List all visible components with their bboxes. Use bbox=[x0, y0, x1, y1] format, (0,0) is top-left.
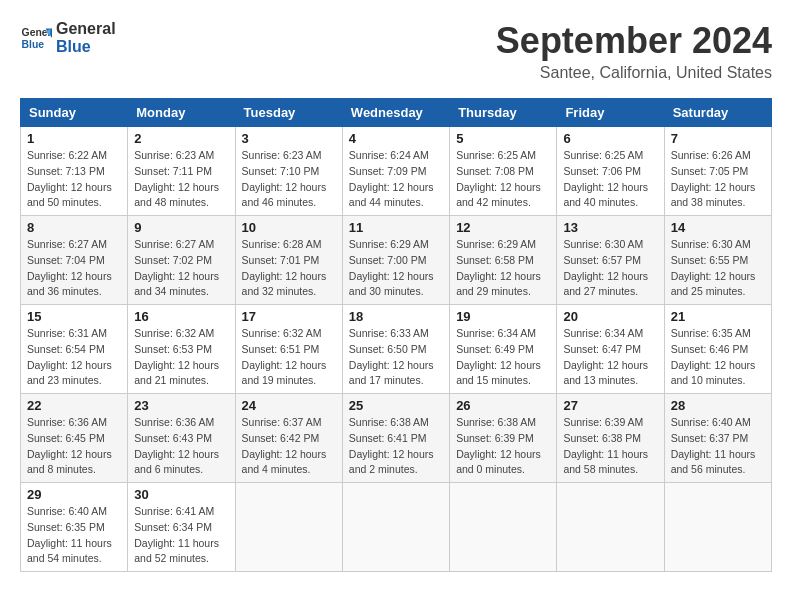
sunrise-text: Sunrise: 6:37 AM bbox=[242, 415, 336, 431]
sunrise-text: Sunrise: 6:26 AM bbox=[671, 148, 765, 164]
sunset-text: Sunset: 7:10 PM bbox=[242, 164, 336, 180]
day-info: Sunrise: 6:41 AMSunset: 6:34 PMDaylight:… bbox=[134, 504, 228, 567]
day-info: Sunrise: 6:23 AMSunset: 7:10 PMDaylight:… bbox=[242, 148, 336, 211]
calendar-cell: 21Sunrise: 6:35 AMSunset: 6:46 PMDayligh… bbox=[664, 305, 771, 394]
sunrise-text: Sunrise: 6:27 AM bbox=[27, 237, 121, 253]
sunrise-text: Sunrise: 6:32 AM bbox=[134, 326, 228, 342]
daylight-text: Daylight: 12 hours and 13 minutes. bbox=[563, 358, 657, 390]
calendar-week-row: 29Sunrise: 6:40 AMSunset: 6:35 PMDayligh… bbox=[21, 483, 772, 572]
logo-icon: General Blue bbox=[20, 22, 52, 54]
calendar-cell: 23Sunrise: 6:36 AMSunset: 6:43 PMDayligh… bbox=[128, 394, 235, 483]
daylight-text: Daylight: 12 hours and 48 minutes. bbox=[134, 180, 228, 212]
sunrise-text: Sunrise: 6:29 AM bbox=[456, 237, 550, 253]
calendar-cell: 29Sunrise: 6:40 AMSunset: 6:35 PMDayligh… bbox=[21, 483, 128, 572]
day-number: 18 bbox=[349, 309, 443, 324]
day-number: 14 bbox=[671, 220, 765, 235]
sunrise-text: Sunrise: 6:40 AM bbox=[671, 415, 765, 431]
calendar-cell: 19Sunrise: 6:34 AMSunset: 6:49 PMDayligh… bbox=[450, 305, 557, 394]
day-info: Sunrise: 6:23 AMSunset: 7:11 PMDaylight:… bbox=[134, 148, 228, 211]
daylight-text: Daylight: 12 hours and 44 minutes. bbox=[349, 180, 443, 212]
sunset-text: Sunset: 6:49 PM bbox=[456, 342, 550, 358]
daylight-text: Daylight: 11 hours and 56 minutes. bbox=[671, 447, 765, 479]
day-number: 5 bbox=[456, 131, 550, 146]
daylight-text: Daylight: 11 hours and 58 minutes. bbox=[563, 447, 657, 479]
day-info: Sunrise: 6:36 AMSunset: 6:45 PMDaylight:… bbox=[27, 415, 121, 478]
calendar-cell: 17Sunrise: 6:32 AMSunset: 6:51 PMDayligh… bbox=[235, 305, 342, 394]
day-number: 29 bbox=[27, 487, 121, 502]
calendar-cell: 9Sunrise: 6:27 AMSunset: 7:02 PMDaylight… bbox=[128, 216, 235, 305]
day-number: 4 bbox=[349, 131, 443, 146]
day-info: Sunrise: 6:31 AMSunset: 6:54 PMDaylight:… bbox=[27, 326, 121, 389]
calendar-cell: 14Sunrise: 6:30 AMSunset: 6:55 PMDayligh… bbox=[664, 216, 771, 305]
sunrise-text: Sunrise: 6:39 AM bbox=[563, 415, 657, 431]
sunset-text: Sunset: 7:11 PM bbox=[134, 164, 228, 180]
sunset-text: Sunset: 6:50 PM bbox=[349, 342, 443, 358]
day-number: 2 bbox=[134, 131, 228, 146]
sunrise-text: Sunrise: 6:25 AM bbox=[563, 148, 657, 164]
sunset-text: Sunset: 6:41 PM bbox=[349, 431, 443, 447]
day-info: Sunrise: 6:27 AMSunset: 7:04 PMDaylight:… bbox=[27, 237, 121, 300]
calendar-cell bbox=[235, 483, 342, 572]
calendar-week-row: 1Sunrise: 6:22 AMSunset: 7:13 PMDaylight… bbox=[21, 127, 772, 216]
calendar-cell: 15Sunrise: 6:31 AMSunset: 6:54 PMDayligh… bbox=[21, 305, 128, 394]
day-info: Sunrise: 6:32 AMSunset: 6:53 PMDaylight:… bbox=[134, 326, 228, 389]
daylight-text: Daylight: 12 hours and 30 minutes. bbox=[349, 269, 443, 301]
daylight-text: Daylight: 12 hours and 32 minutes. bbox=[242, 269, 336, 301]
day-info: Sunrise: 6:28 AMSunset: 7:01 PMDaylight:… bbox=[242, 237, 336, 300]
day-number: 9 bbox=[134, 220, 228, 235]
sunset-text: Sunset: 6:42 PM bbox=[242, 431, 336, 447]
day-number: 17 bbox=[242, 309, 336, 324]
daylight-text: Daylight: 12 hours and 29 minutes. bbox=[456, 269, 550, 301]
logo-blue: Blue bbox=[56, 38, 116, 56]
day-info: Sunrise: 6:34 AMSunset: 6:49 PMDaylight:… bbox=[456, 326, 550, 389]
daylight-text: Daylight: 12 hours and 38 minutes. bbox=[671, 180, 765, 212]
day-info: Sunrise: 6:34 AMSunset: 6:47 PMDaylight:… bbox=[563, 326, 657, 389]
day-info: Sunrise: 6:24 AMSunset: 7:09 PMDaylight:… bbox=[349, 148, 443, 211]
day-number: 15 bbox=[27, 309, 121, 324]
sunrise-text: Sunrise: 6:36 AM bbox=[134, 415, 228, 431]
calendar-cell: 5Sunrise: 6:25 AMSunset: 7:08 PMDaylight… bbox=[450, 127, 557, 216]
calendar-cell: 18Sunrise: 6:33 AMSunset: 6:50 PMDayligh… bbox=[342, 305, 449, 394]
sunset-text: Sunset: 6:47 PM bbox=[563, 342, 657, 358]
day-number: 20 bbox=[563, 309, 657, 324]
sunrise-text: Sunrise: 6:30 AM bbox=[563, 237, 657, 253]
day-info: Sunrise: 6:36 AMSunset: 6:43 PMDaylight:… bbox=[134, 415, 228, 478]
day-number: 6 bbox=[563, 131, 657, 146]
sunrise-text: Sunrise: 6:38 AM bbox=[456, 415, 550, 431]
daylight-text: Daylight: 12 hours and 4 minutes. bbox=[242, 447, 336, 479]
calendar-cell bbox=[557, 483, 664, 572]
calendar-cell: 2Sunrise: 6:23 AMSunset: 7:11 PMDaylight… bbox=[128, 127, 235, 216]
sunrise-text: Sunrise: 6:23 AM bbox=[242, 148, 336, 164]
sunset-text: Sunset: 7:02 PM bbox=[134, 253, 228, 269]
day-info: Sunrise: 6:39 AMSunset: 6:38 PMDaylight:… bbox=[563, 415, 657, 478]
daylight-text: Daylight: 12 hours and 2 minutes. bbox=[349, 447, 443, 479]
column-header-thursday: Thursday bbox=[450, 99, 557, 127]
sunrise-text: Sunrise: 6:33 AM bbox=[349, 326, 443, 342]
calendar-cell: 10Sunrise: 6:28 AMSunset: 7:01 PMDayligh… bbox=[235, 216, 342, 305]
logo-general: General bbox=[56, 20, 116, 38]
day-info: Sunrise: 6:38 AMSunset: 6:39 PMDaylight:… bbox=[456, 415, 550, 478]
daylight-text: Daylight: 12 hours and 25 minutes. bbox=[671, 269, 765, 301]
sunrise-text: Sunrise: 6:28 AM bbox=[242, 237, 336, 253]
daylight-text: Daylight: 12 hours and 23 minutes. bbox=[27, 358, 121, 390]
calendar-cell bbox=[664, 483, 771, 572]
calendar-cell: 26Sunrise: 6:38 AMSunset: 6:39 PMDayligh… bbox=[450, 394, 557, 483]
day-info: Sunrise: 6:40 AMSunset: 6:37 PMDaylight:… bbox=[671, 415, 765, 478]
column-header-saturday: Saturday bbox=[664, 99, 771, 127]
day-number: 12 bbox=[456, 220, 550, 235]
calendar-cell: 30Sunrise: 6:41 AMSunset: 6:34 PMDayligh… bbox=[128, 483, 235, 572]
daylight-text: Daylight: 12 hours and 17 minutes. bbox=[349, 358, 443, 390]
sunset-text: Sunset: 7:06 PM bbox=[563, 164, 657, 180]
sunrise-text: Sunrise: 6:41 AM bbox=[134, 504, 228, 520]
logo: General Blue General Blue bbox=[20, 20, 116, 55]
sunset-text: Sunset: 6:37 PM bbox=[671, 431, 765, 447]
calendar-cell: 4Sunrise: 6:24 AMSunset: 7:09 PMDaylight… bbox=[342, 127, 449, 216]
day-info: Sunrise: 6:35 AMSunset: 6:46 PMDaylight:… bbox=[671, 326, 765, 389]
daylight-text: Daylight: 12 hours and 27 minutes. bbox=[563, 269, 657, 301]
sunset-text: Sunset: 7:01 PM bbox=[242, 253, 336, 269]
day-number: 8 bbox=[27, 220, 121, 235]
sunset-text: Sunset: 6:51 PM bbox=[242, 342, 336, 358]
calendar-title: September 2024 bbox=[496, 20, 772, 62]
daylight-text: Daylight: 11 hours and 52 minutes. bbox=[134, 536, 228, 568]
daylight-text: Daylight: 12 hours and 34 minutes. bbox=[134, 269, 228, 301]
